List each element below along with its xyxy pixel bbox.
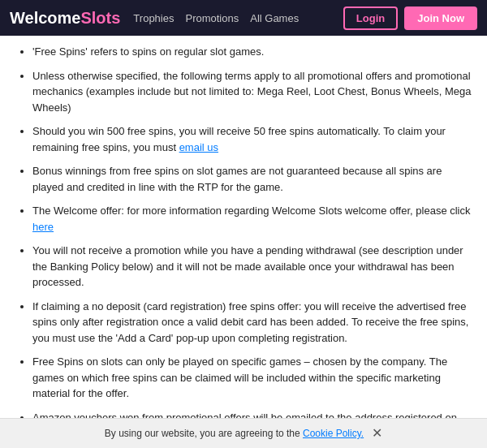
here-link[interactable]: here: [32, 221, 54, 233]
nav-trophies[interactable]: Trophies: [133, 12, 174, 24]
list-item: 'Free Spins' refers to spins on regular …: [32, 44, 472, 60]
site-logo: WelcomeSlots: [10, 9, 120, 28]
site-header: WelcomeSlots Trophies Promotions All Gam…: [0, 0, 487, 36]
list-item: The Welcome offer: for more information …: [32, 203, 472, 235]
join-now-button[interactable]: Join Now: [404, 6, 477, 30]
list-item: Unless otherwise specified, the followin…: [32, 68, 472, 116]
cookie-policy-link[interactable]: Cookie Policy.: [303, 428, 364, 439]
list-item: You will not receive a promotion while y…: [32, 243, 472, 291]
logo-welcome: Welcome: [10, 9, 80, 27]
list-item: Should you win 500 free spins, you will …: [32, 123, 472, 155]
email-us-link[interactable]: email us: [179, 141, 218, 153]
header-buttons: Login Join Now: [343, 6, 477, 30]
cookie-close-button[interactable]: ✕: [372, 427, 382, 440]
logo-slots: Slots: [80, 9, 120, 27]
nav-promotions[interactable]: Promotions: [185, 12, 239, 24]
terms-list: 'Free Spins' refers to spins on regular …: [15, 44, 472, 448]
list-item: Free Spins on slots can only be played o…: [32, 354, 472, 402]
cookie-banner: By using our website, you are agreeing t…: [0, 418, 487, 448]
cookie-text: By using our website, you are agreeing t…: [105, 428, 364, 439]
nav-all-games[interactable]: All Games: [250, 12, 299, 24]
list-item: Bonus winnings from free spins on slot g…: [32, 163, 472, 195]
login-button[interactable]: Login: [343, 6, 398, 30]
list-item: If claiming a no deposit (card registrat…: [32, 299, 472, 347]
main-nav: Trophies Promotions All Games: [133, 12, 330, 24]
terms-content: 'Free Spins' refers to spins on regular …: [0, 36, 487, 448]
